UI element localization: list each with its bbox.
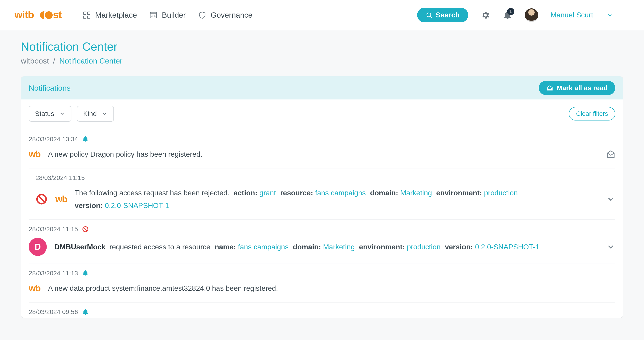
notification-item: 28/03/2024 11:15 wb The following access…: [29, 168, 615, 220]
nav-marketplace-label: Marketplace: [95, 11, 137, 20]
notification-timestamp: 28/03/2024 11:15: [29, 226, 78, 233]
svg-rect-7: [88, 16, 90, 18]
chevron-down-icon: [59, 111, 65, 117]
notification-text: The following access request has been re…: [75, 186, 615, 212]
notification-item: 28/03/2024 13:34 wb A new policy Dragon …: [29, 130, 615, 168]
kv-key: action:: [234, 189, 257, 197]
chevron-down-icon[interactable]: [607, 12, 613, 18]
kv-key: environment:: [359, 243, 405, 251]
source-badge: wb: [29, 149, 40, 159]
notification-item: 28/03/2024 11:13 wb A new data product s…: [29, 264, 615, 302]
bell-icon: [82, 308, 89, 315]
source-badge: wb: [29, 283, 40, 293]
nav-governance-label: Governance: [210, 11, 252, 20]
breadcrumb-sep: /: [53, 57, 55, 65]
kv-key: version:: [445, 243, 473, 251]
notification-list: 28/03/2024 13:34 wb A new policy Dragon …: [21, 130, 623, 318]
svg-point-9: [427, 13, 431, 17]
nav-marketplace[interactable]: Marketplace: [82, 11, 137, 20]
nav-builder[interactable]: Builder: [149, 11, 186, 20]
notification-text: A new data product system:finance.amtest…: [48, 282, 615, 294]
svg-text:witb: witb: [14, 9, 34, 21]
mark-read-icon[interactable]: [606, 150, 615, 159]
notification-text: DMBUserMock requested access to a resour…: [54, 240, 615, 253]
notification-text: A new policy Dragon policy has been regi…: [48, 148, 615, 161]
kv-val: fans campaigns: [315, 189, 366, 197]
prohibited-icon: [82, 226, 89, 233]
notification-count-badge: 1: [507, 8, 514, 15]
svg-rect-8: [150, 12, 157, 18]
kv-key: name:: [215, 243, 236, 251]
kv-val: 0.2.0-SNAPSHOT-1: [475, 243, 540, 251]
notification-meta: 28/03/2024 11:15: [29, 226, 615, 233]
primary-nav: Marketplace Builder Governance: [82, 11, 252, 20]
mark-all-read-button[interactable]: Mark all as read: [539, 81, 615, 95]
grid-icon: [82, 11, 91, 20]
app-logo[interactable]: witb st: [14, 9, 70, 21]
filter-status-label: Status: [35, 110, 54, 118]
notification-meta: 28/03/2024 11:15: [29, 174, 615, 182]
user-menu[interactable]: Manuel Scurti: [550, 11, 595, 19]
nav-builder-label: Builder: [162, 11, 186, 20]
search-label: Search: [436, 11, 460, 19]
svg-text:st: st: [53, 9, 62, 21]
kv-key: environment:: [436, 189, 482, 197]
breadcrumb: witboost / Notification Center: [21, 57, 623, 65]
expand-icon[interactable]: [606, 195, 615, 204]
kv-val: production: [407, 243, 440, 251]
svg-rect-5: [88, 12, 90, 14]
shield-icon: [198, 11, 206, 20]
filter-status[interactable]: Status: [29, 106, 72, 122]
mail-open-icon: [546, 85, 553, 91]
search-button[interactable]: Search: [417, 8, 468, 22]
bell-icon: [82, 136, 89, 143]
mark-all-read-label: Mark all as read: [557, 84, 608, 92]
avatar[interactable]: [525, 8, 538, 22]
notification-timestamp: 28/03/2024 11:15: [36, 174, 85, 182]
notification-meta: 28/03/2024 11:13: [29, 270, 615, 277]
svg-point-2: [45, 11, 53, 19]
card-header: Notifications Mark all as read: [21, 76, 623, 100]
chevron-down-icon: [102, 111, 108, 117]
notification-item: 28/03/2024 09:56: [29, 302, 615, 318]
kv-val: production: [484, 189, 518, 197]
notification-timestamp: 28/03/2024 09:56: [29, 308, 78, 315]
kv-key: resource:: [280, 189, 313, 197]
svg-rect-6: [84, 16, 86, 18]
svg-rect-4: [84, 12, 86, 14]
prohibited-icon: [36, 193, 48, 205]
witboost-logo-icon: witb st: [14, 9, 70, 21]
card-title: Notifications: [29, 84, 70, 93]
wb-badge-text: wb: [29, 149, 40, 159]
bell-icon: [82, 270, 89, 277]
kv-val: Marketing: [400, 189, 432, 197]
breadcrumb-current: Notification Center: [59, 57, 122, 65]
expand-icon[interactable]: [606, 242, 615, 251]
nav-governance[interactable]: Governance: [198, 11, 252, 20]
top-nav: witb st Marketplace Builder Gov: [0, 0, 644, 30]
settings-button[interactable]: [480, 10, 490, 20]
kv-key: version:: [75, 201, 103, 210]
notification-meta: 28/03/2024 09:56: [29, 308, 615, 315]
kv-val: fans campaigns: [238, 243, 288, 251]
search-icon: [426, 12, 432, 19]
actor-name: DMBUserMock: [54, 243, 106, 251]
wb-badge-text: wb: [29, 283, 40, 293]
source-badge: wb: [55, 194, 67, 204]
notifications-card: Notifications Mark all as read Status Ki…: [21, 76, 623, 318]
user-avatar-badge: D: [29, 238, 47, 256]
notification-meta: 28/03/2024 13:34: [29, 136, 615, 143]
kv-val: Marketing: [323, 243, 355, 251]
kv-key: domain:: [370, 189, 398, 197]
wb-badge-text: wb: [55, 194, 67, 204]
breadcrumb-root[interactable]: witboost: [21, 57, 49, 65]
notifications-button[interactable]: 1: [502, 10, 512, 20]
filter-kind[interactable]: Kind: [77, 106, 114, 122]
kv-val: 0.2.0-SNAPSHOT-1: [105, 201, 169, 210]
kv-key: domain:: [293, 243, 321, 251]
page-title: Notification Center: [21, 40, 623, 53]
filter-kind-label: Kind: [83, 110, 97, 118]
kv-val: grant: [260, 189, 276, 197]
clear-filters-button[interactable]: Clear filters: [569, 107, 615, 121]
notification-lead: The following access request has been re…: [75, 189, 230, 197]
